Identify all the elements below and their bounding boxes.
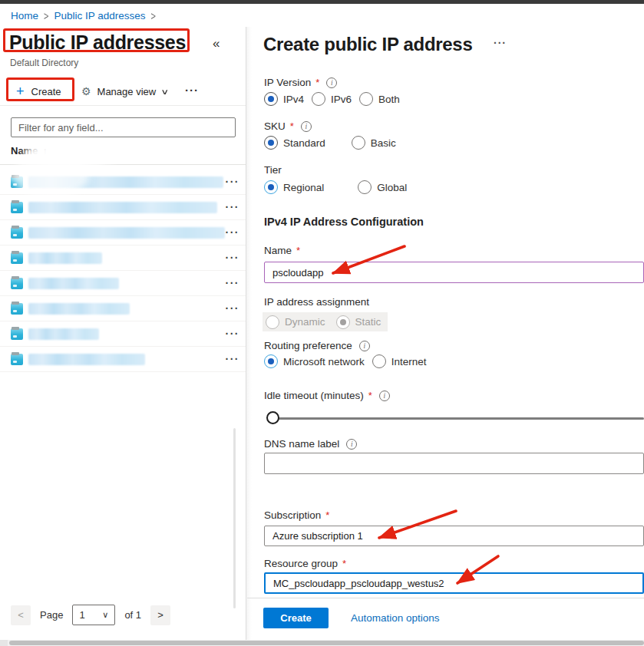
info-icon[interactable]: i xyxy=(379,391,390,401)
row-menu-button[interactable]: ··· xyxy=(226,277,240,289)
radio-static: Static xyxy=(336,315,381,329)
dns-name-input[interactable] xyxy=(264,453,644,474)
subscription-label: Subscription * xyxy=(264,509,329,521)
window-top-stripe xyxy=(0,0,644,4)
automation-options-link[interactable]: Automation options xyxy=(351,612,440,624)
filter-input[interactable] xyxy=(11,117,236,137)
row-menu-button[interactable]: ··· xyxy=(226,302,240,315)
manage-view-button[interactable]: ⚙ Manage view ∨ xyxy=(81,83,168,100)
plus-icon: + xyxy=(16,84,25,98)
required-asterisk: * xyxy=(368,390,372,401)
breadcrumb: Home > Public IP addresses > xyxy=(11,10,156,21)
breadcrumb-home-link[interactable]: Home xyxy=(11,10,38,21)
radio-selected-icon xyxy=(264,354,278,368)
scrollbar-thumb[interactable] xyxy=(9,641,644,645)
table-rows: ··· ··· ··· ··· ··· ··· xyxy=(0,170,246,372)
radio-microsoft-network[interactable]: Microsoft network xyxy=(264,354,365,368)
slider-handle[interactable] xyxy=(266,411,279,424)
public-ip-icon xyxy=(11,303,23,315)
scrollbar-corner xyxy=(0,640,8,646)
chevron-down-icon: ∨ xyxy=(102,610,108,620)
radio-unselected-icon xyxy=(266,315,279,329)
required-asterisk: * xyxy=(315,77,319,88)
subscription-input[interactable] xyxy=(264,526,644,546)
page-select-value: 1 xyxy=(79,609,84,621)
blade-more-button[interactable]: ··· xyxy=(494,37,507,49)
page-select[interactable]: 1 ∨ xyxy=(72,605,115,625)
radio-selected-icon xyxy=(264,92,278,106)
breadcrumb-separator-icon: > xyxy=(151,10,156,21)
radio-basic[interactable]: Basic xyxy=(352,136,396,150)
radio-selected-icon xyxy=(264,136,278,150)
gear-icon: ⚙ xyxy=(81,85,91,97)
table-row[interactable]: ··· xyxy=(0,246,246,271)
sku-label: SKU * i xyxy=(264,120,312,132)
resource-group-input[interactable] xyxy=(264,572,644,594)
blade-title: Create public IP address xyxy=(263,34,472,55)
info-icon[interactable]: i xyxy=(301,121,312,132)
info-icon[interactable]: i xyxy=(326,77,337,88)
public-ip-icon xyxy=(11,202,23,213)
directory-subtitle: Default Directory xyxy=(10,58,78,68)
create-button[interactable]: + Create xyxy=(16,83,61,100)
command-bar-more-button[interactable]: ··· xyxy=(185,81,199,98)
table-row[interactable]: ··· xyxy=(0,195,246,220)
ip-assignment-radio-group: Dynamic Static xyxy=(263,312,388,331)
row-menu-button[interactable]: ··· xyxy=(226,226,240,239)
required-asterisk: * xyxy=(325,509,329,521)
prev-page-button[interactable]: < xyxy=(11,605,31,625)
redacted-row-name xyxy=(28,252,102,264)
idle-timeout-label: Idle timeout (minutes) * i xyxy=(264,390,390,401)
row-menu-button[interactable]: ··· xyxy=(226,353,240,365)
radio-selected-icon xyxy=(336,315,350,329)
ip-version-radio-group: IPv4 IPv6 Both xyxy=(264,92,400,106)
redacted-row-name xyxy=(28,354,145,365)
page-label: Page xyxy=(40,609,63,621)
chevron-down-icon: ∨ xyxy=(160,87,169,96)
breadcrumb-separator-icon: > xyxy=(44,10,48,21)
radio-global[interactable]: Global xyxy=(358,180,407,194)
radio-both[interactable]: Both xyxy=(359,92,400,106)
row-menu-button[interactable]: ··· xyxy=(226,201,240,213)
page-title: Public IP addresses xyxy=(9,31,186,54)
radio-unselected-icon xyxy=(358,180,372,194)
radio-unselected-icon xyxy=(312,92,325,106)
pagination: < Page 1 ∨ of 1 > xyxy=(11,605,170,625)
radio-internet[interactable]: Internet xyxy=(372,354,427,368)
horizontal-scrollbar[interactable] xyxy=(0,640,644,646)
public-ip-icon xyxy=(11,252,23,264)
row-menu-button[interactable]: ··· xyxy=(226,252,240,264)
dns-name-label: DNS name label i xyxy=(264,438,357,450)
redaction-blur xyxy=(12,153,89,198)
row-menu-button[interactable]: ··· xyxy=(226,176,240,188)
table-row[interactable]: ··· xyxy=(0,347,246,372)
idle-timeout-slider[interactable] xyxy=(269,417,644,420)
radio-ipv4[interactable]: IPv4 xyxy=(264,92,304,106)
ip-version-label: IP Version * i xyxy=(264,77,337,88)
radio-ipv6[interactable]: IPv6 xyxy=(312,92,352,106)
table-row[interactable]: ··· xyxy=(0,271,246,296)
next-page-button[interactable]: > xyxy=(150,605,170,625)
collapse-panel-icon[interactable]: « xyxy=(213,36,220,51)
info-icon[interactable]: i xyxy=(346,439,357,450)
required-asterisk: * xyxy=(342,558,346,569)
radio-standard[interactable]: Standard xyxy=(264,136,325,150)
resource-group-label: Resource group * xyxy=(264,558,346,569)
create-button-label: Create xyxy=(31,86,61,97)
blade-create-button[interactable]: Create xyxy=(263,608,329,628)
vertical-scrollbar[interactable] xyxy=(233,428,236,608)
info-icon[interactable]: i xyxy=(359,341,370,351)
public-ip-icon xyxy=(11,278,23,289)
breadcrumb-section-link[interactable]: Public IP addresses xyxy=(54,10,145,21)
manage-view-label: Manage view xyxy=(97,86,157,97)
public-ip-icon xyxy=(11,328,23,340)
radio-dynamic: Dynamic xyxy=(266,315,325,329)
name-field-label: Name * xyxy=(264,245,300,256)
table-row[interactable]: ··· xyxy=(0,220,246,246)
row-menu-button[interactable]: ··· xyxy=(226,328,240,340)
name-input[interactable] xyxy=(264,262,644,283)
radio-regional[interactable]: Regional xyxy=(264,180,324,194)
table-row[interactable]: ··· xyxy=(0,296,246,321)
required-asterisk: * xyxy=(296,245,300,256)
table-row[interactable]: ··· xyxy=(0,321,246,347)
